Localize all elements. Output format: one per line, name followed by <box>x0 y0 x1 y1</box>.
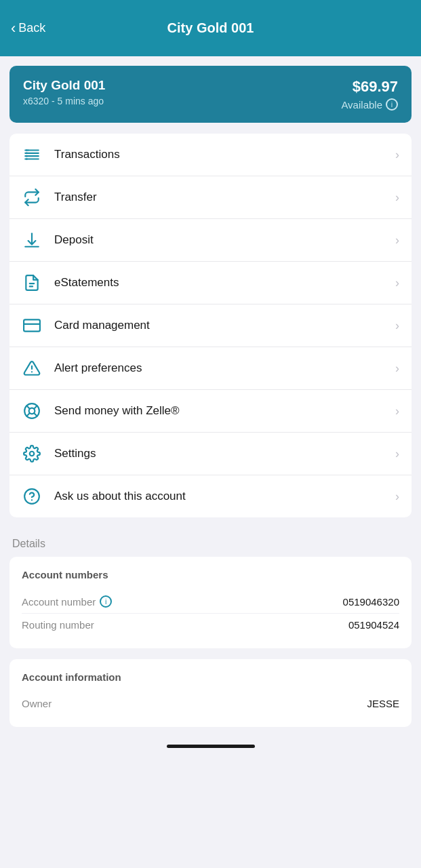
menu-item-card-management[interactable]: Card management › <box>9 304 412 347</box>
zelle-chevron-icon: › <box>395 404 399 418</box>
svg-point-21 <box>30 452 35 456</box>
help-icon <box>22 488 42 505</box>
deposit-chevron-icon: › <box>395 233 399 248</box>
routing-number-row: Routing number 051904524 <box>22 614 399 636</box>
back-label: Back <box>18 21 45 35</box>
document-icon <box>22 274 42 292</box>
account-number-value: 0519046320 <box>343 596 399 608</box>
svg-rect-11 <box>24 319 40 331</box>
available-label: Available <box>341 99 382 111</box>
app-header: ‹ Back City Gold 001 <box>0 0 421 56</box>
menu-item-deposit[interactable]: Deposit › <box>9 219 412 262</box>
owner-row: Owner JESSE <box>22 692 399 715</box>
balance-amount: $69.97 <box>341 78 398 96</box>
account-subtitle: x6320 - 5 mins ago <box>23 96 105 106</box>
owner-value: JESSE <box>367 698 399 709</box>
available-row: Available i <box>341 98 398 111</box>
card-management-chevron-icon: › <box>395 319 399 333</box>
account-card-right: $69.97 Available i <box>341 78 398 111</box>
menu-item-settings[interactable]: Settings › <box>9 433 412 475</box>
list-icon <box>22 146 42 163</box>
account-info-title: Account information <box>22 671 399 683</box>
account-info-card: Account information Owner JESSE <box>9 659 412 727</box>
deposit-icon <box>22 231 42 249</box>
settings-icon <box>22 445 42 462</box>
details-header: Details <box>9 531 412 557</box>
deposit-label: Deposit <box>54 233 383 247</box>
owner-label: Owner <box>22 698 52 709</box>
alert-preferences-chevron-icon: › <box>395 361 399 376</box>
zelle-icon <box>22 402 42 420</box>
home-indicator <box>0 738 421 752</box>
transactions-label: Transactions <box>54 148 383 161</box>
menu-item-zelle[interactable]: Send money with Zelle® › <box>9 390 412 433</box>
svg-point-7 <box>26 155 28 157</box>
ask-label: Ask us about this account <box>54 490 383 503</box>
account-number-label: Account number i <box>22 595 112 608</box>
zelle-label: Send money with Zelle® <box>54 404 383 418</box>
settings-label: Settings <box>54 447 383 460</box>
account-numbers-card: Account numbers Account number i 0519046… <box>9 557 412 648</box>
card-management-label: Card management <box>54 319 383 332</box>
account-number-info-icon[interactable]: i <box>100 595 112 608</box>
svg-point-8 <box>26 158 28 160</box>
back-button[interactable]: ‹ Back <box>11 21 45 36</box>
routing-number-value: 051904524 <box>348 619 399 631</box>
menu-item-ask[interactable]: Ask us about this account › <box>9 475 412 517</box>
svg-line-20 <box>26 413 30 416</box>
menu-item-transfer[interactable]: Transfer › <box>9 176 412 219</box>
details-section: Details Account numbers Account number i… <box>9 531 412 727</box>
menu-item-alert-preferences[interactable]: Alert preferences › <box>9 347 412 390</box>
menu-item-estatements[interactable]: eStatements › <box>9 262 412 304</box>
svg-line-18 <box>34 413 37 416</box>
svg-line-17 <box>26 406 30 409</box>
account-name: City Gold 001 <box>23 78 105 93</box>
menu-list: Transactions › Transfer › Deposit › <box>9 134 412 517</box>
svg-line-19 <box>34 406 37 409</box>
svg-point-6 <box>26 153 28 155</box>
menu-item-transactions[interactable]: Transactions › <box>9 134 412 176</box>
transfer-icon <box>22 189 42 206</box>
estatements-chevron-icon: › <box>395 276 399 290</box>
alert-icon <box>22 359 42 377</box>
available-info-icon[interactable]: i <box>386 98 398 111</box>
home-bar <box>167 745 255 748</box>
svg-point-5 <box>26 149 28 151</box>
page-title: City Gold 001 <box>167 20 254 36</box>
routing-number-label: Routing number <box>22 619 94 631</box>
account-number-row: Account number i 0519046320 <box>22 590 399 614</box>
account-numbers-title: Account numbers <box>22 569 399 580</box>
account-card-left: City Gold 001 x6320 - 5 mins ago <box>23 78 105 106</box>
settings-chevron-icon: › <box>395 447 399 461</box>
transfer-label: Transfer <box>54 191 383 204</box>
account-card: City Gold 001 x6320 - 5 mins ago $69.97 … <box>9 66 412 123</box>
card-icon <box>22 317 42 334</box>
estatements-label: eStatements <box>54 276 383 290</box>
transactions-chevron-icon: › <box>395 148 399 162</box>
alert-preferences-label: Alert preferences <box>54 361 383 375</box>
ask-chevron-icon: › <box>395 490 399 504</box>
back-chevron-icon: ‹ <box>11 21 16 36</box>
transfer-chevron-icon: › <box>395 191 399 205</box>
